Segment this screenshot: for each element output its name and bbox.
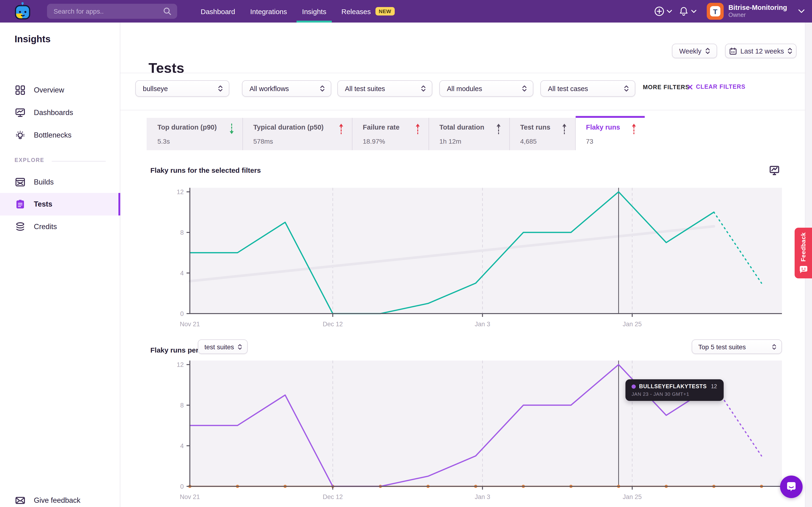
bitrise-logo-icon[interactable] [12, 1, 33, 21]
svg-text:Jan 25: Jan 25 [623, 493, 642, 500]
clear-filters-button[interactable]: CLEAR FILTERS [688, 83, 746, 90]
dashboards-icon [14, 107, 26, 118]
svg-text:Dec 12: Dec 12 [322, 493, 343, 500]
divider [120, 110, 812, 110]
divider [52, 161, 106, 162]
workspace-switcher[interactable]: T Bitrise-Monitoring Owner [707, 3, 805, 20]
give-feedback-link[interactable]: Give feedback [0, 489, 120, 507]
sidebar-item-bottlenecks[interactable]: Bottlenecks [0, 124, 120, 147]
modules-filter-select[interactable]: All modules [439, 80, 534, 97]
releases-new-badge: NEW [375, 7, 395, 15]
updown-chevron-icon [218, 85, 223, 92]
sidebar-item-overview[interactable]: Overview [0, 79, 120, 101]
app-filter-select[interactable]: bullseye [135, 80, 229, 97]
plus-circle-icon [654, 6, 664, 16]
sidebar-item-builds[interactable]: Builds [0, 171, 120, 193]
breakdown-value: test suites [204, 343, 234, 350]
search-input[interactable] [47, 7, 163, 15]
workflows-filter-select[interactable]: All workflows [242, 80, 331, 97]
more-filters-button[interactable]: MORE FILTERS [643, 84, 690, 91]
chevron-down-icon [667, 10, 672, 13]
sidebar-item-label: Tests [34, 200, 52, 209]
updown-chevron-icon [522, 85, 527, 92]
trend-up-icon [630, 122, 637, 135]
chat-widget-button[interactable] [780, 475, 803, 498]
test-suites-filter-select[interactable]: All test suites [338, 80, 432, 97]
main-content: Tests Weekly Last 12 weeks bullseye All … [120, 22, 812, 507]
granularity-select[interactable]: Weekly [672, 44, 717, 58]
sidebar-item-dashboards[interactable]: Dashboards [0, 101, 120, 124]
tab-flaky-runs[interactable]: Flaky runs 73 [576, 116, 645, 150]
notifications-button[interactable] [678, 6, 696, 16]
svg-text:8: 8 [180, 229, 184, 236]
flaky-runs-per-suite-chart[interactable]: 04812Nov 21Dec 12Jan 3Jan 25 BULLSEYEFLA… [141, 355, 799, 504]
updown-chevron-icon [788, 47, 793, 54]
svg-text:4: 4 [180, 443, 184, 449]
metric-label: Failure rate [363, 123, 399, 131]
add-new-button[interactable] [654, 6, 672, 16]
metric-value: 1h 12m [439, 137, 502, 145]
date-range-value: Last 12 weeks [740, 47, 784, 55]
page-title: Tests [149, 60, 184, 76]
tab-typical-duration[interactable]: Typical duration (p50) 578ms [243, 118, 352, 150]
grid-icon [14, 84, 26, 96]
updown-chevron-icon [421, 85, 426, 92]
feedback-tab[interactable]: Feedback [795, 228, 812, 278]
sidebar-item-label: Credits [34, 223, 57, 231]
nav-link-insights[interactable]: Insights [302, 0, 326, 22]
svg-text:Nov 21: Nov 21 [180, 493, 200, 500]
flaky-runs-chart[interactable]: 04812Nov 21Dec 12Jan 3Jan 25 [141, 182, 799, 331]
svg-text:4: 4 [180, 270, 184, 277]
series-color-dot [631, 384, 636, 388]
svg-text:Nov 21: Nov 21 [180, 321, 200, 328]
tooltip-series-name: BULLSEYEFLAKYTESTS [639, 384, 707, 389]
breakdown-select[interactable]: test suites [198, 339, 248, 354]
svg-text:0: 0 [180, 483, 184, 490]
top-suites-value: Top 5 test suites [698, 343, 746, 350]
chat-bubble-icon [785, 481, 798, 493]
metric-label: Typical duration (p50) [253, 123, 323, 131]
metric-tabs: Top duration (p90) 5.3s Typical duration… [147, 116, 645, 150]
filter-value: All workflows [250, 85, 289, 92]
close-icon [688, 84, 693, 90]
top-suites-select[interactable]: Top 5 test suites [692, 339, 782, 354]
metric-value: 5.3s [157, 137, 235, 145]
date-range-select[interactable]: Last 12 weeks [725, 44, 797, 58]
updown-chevron-icon [320, 85, 325, 92]
updown-chevron-icon [772, 343, 776, 350]
chevron-down-icon [691, 10, 696, 13]
tab-total-duration[interactable]: Total duration 1h 12m [429, 118, 510, 150]
search-icon [163, 7, 171, 15]
filter-value: bullseye [143, 85, 168, 92]
add-to-dashboard-icon[interactable] [769, 165, 780, 176]
tab-failure-rate[interactable]: Failure rate 18.97% [352, 118, 429, 150]
sidebar-item-credits[interactable]: Credits [0, 216, 120, 238]
nav-link-dashboard[interactable]: Dashboard [201, 0, 235, 22]
envelope-icon [14, 495, 26, 506]
trend-up-icon [338, 122, 345, 135]
updown-chevron-icon [238, 343, 242, 350]
svg-text:8: 8 [180, 402, 184, 409]
nav-link-releases[interactable]: Releases [341, 0, 371, 22]
metric-value: 18.97% [363, 137, 421, 145]
trend-up-icon [561, 122, 568, 135]
top-navbar: Dashboard Integrations Insights Releases… [0, 0, 812, 22]
sidebar-item-tests[interactable]: Tests [0, 193, 120, 216]
give-feedback-label: Give feedback [34, 496, 80, 505]
svg-text:Jan 3: Jan 3 [474, 493, 490, 500]
workspace-name: Bitrise-Monitoring [728, 4, 787, 12]
sidebar: Insights Overview Dashboards Bottlenecks… [0, 22, 120, 507]
updown-chevron-icon [624, 85, 629, 92]
bell-icon [678, 6, 689, 16]
metric-value: 4,685 [520, 137, 568, 145]
nav-link-integrations[interactable]: Integrations [250, 0, 287, 22]
tab-test-runs[interactable]: Test runs 4,685 [510, 118, 576, 150]
tab-top-duration[interactable]: Top duration (p90) 5.3s [147, 118, 243, 150]
navbar-right: T Bitrise-Monitoring Owner [654, 0, 805, 22]
metric-label: Flaky runs [586, 123, 620, 131]
app-search [47, 4, 177, 19]
test-cases-filter-select[interactable]: All test cases [541, 80, 635, 97]
metric-value: 73 [586, 137, 637, 145]
calendar-icon [729, 47, 737, 55]
sidebar-item-label: Dashboards [34, 108, 73, 117]
